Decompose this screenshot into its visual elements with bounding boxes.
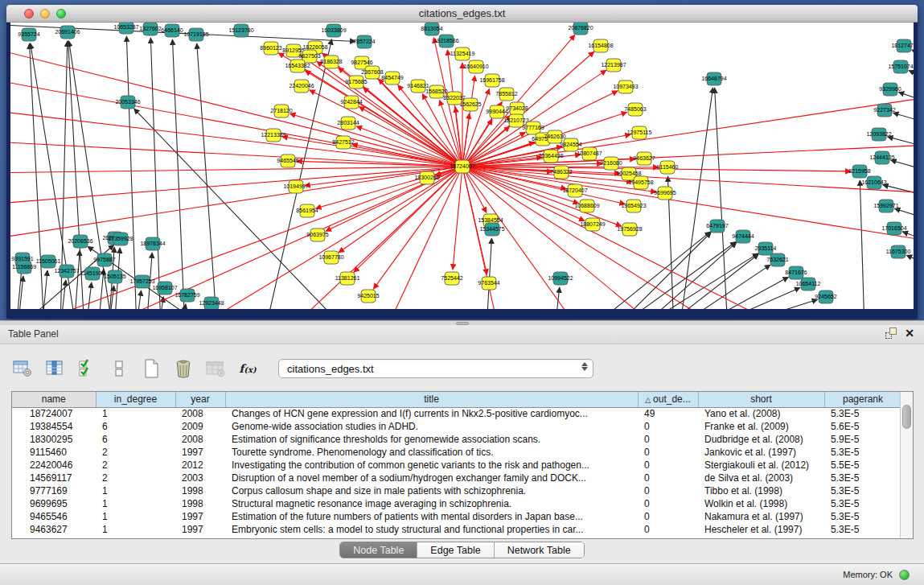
table-selector-dropdown[interactable]: citations_edges.txt [278, 359, 593, 378]
graph-node[interactable]: 8561954 [296, 204, 318, 217]
graph-node[interactable]: 16640910 [463, 60, 488, 73]
graph-node[interactable]: 16782759 [175, 289, 199, 302]
graph-node[interactable]: 9063975 [306, 229, 328, 241]
table-vertical-scrollbar[interactable] [900, 392, 913, 538]
graph-node[interactable]: 9465546 [277, 154, 298, 167]
memory-status-icon[interactable] [899, 570, 910, 580]
graph-node[interactable]: 11451909 [80, 267, 105, 280]
graph-node[interactable]: 12213389 [261, 129, 285, 142]
graph-node[interactable]: 12444135 [869, 151, 894, 164]
table-row[interactable]: 946554611997Estimation of the future num… [12, 510, 901, 523]
column-header-title[interactable]: title [225, 392, 638, 407]
graph-node[interactable]: 17957253 [129, 275, 154, 288]
graph-node[interactable]: 9115460 [657, 161, 679, 174]
graph-node[interactable]: 12975115 [627, 126, 652, 139]
table-row[interactable]: 969969511998Structural magnetic resonanc… [12, 497, 901, 510]
table-row[interactable]: 1938455462009Genome-wide association stu… [12, 420, 901, 433]
graph-node[interactable]: 9245652 [815, 290, 836, 303]
graph-node[interactable]: 19654923 [621, 200, 646, 212]
graph-node[interactable]: 6466140 [161, 24, 183, 37]
network-canvas[interactable]: 1872400718300295156262599904449734028182… [10, 23, 914, 309]
graph-node[interactable]: 12342757 [54, 265, 79, 278]
graph-node[interactable]: 17016504 [881, 222, 906, 235]
delete-table-icon[interactable] [204, 357, 227, 380]
tab-node-table[interactable]: Node Table [340, 542, 417, 558]
graph-node[interactable]: 15123780 [228, 24, 253, 37]
tab-edge-table[interactable]: Edge Table [417, 542, 494, 558]
network-window-titlebar[interactable]: citations_edges.txt [6, 5, 918, 23]
function-builder-icon[interactable]: f(x) [236, 357, 259, 380]
graph-node[interactable]: 12213987 [601, 59, 626, 72]
column-header-out_de[interactable]: △out_de... [638, 392, 698, 407]
graph-node[interactable]: 2718120 [270, 105, 292, 117]
graph-node[interactable]: 16033809 [321, 24, 346, 37]
table-mode-icon[interactable] [11, 357, 34, 380]
graph-node[interactable]: 19756928 [617, 223, 642, 236]
graph-node[interactable]: 6479197 [706, 220, 728, 233]
graph-node[interactable]: 16961758 [479, 74, 504, 87]
table-row[interactable]: 977716911998Corpus callosum shape and si… [12, 484, 901, 497]
create-column-icon[interactable] [140, 357, 162, 380]
graph-node[interactable]: 1505135 [104, 270, 125, 283]
graph-node[interactable]: 19218586 [433, 35, 458, 47]
close-panel-icon[interactable]: ✕ [905, 328, 914, 339]
scrollbar-thumb[interactable] [902, 405, 911, 429]
graph-node[interactable]: 11505061 [36, 255, 61, 268]
column-header-name[interactable]: name [12, 392, 96, 407]
graph-node[interactable]: 8215958 [848, 165, 870, 178]
graph-node[interactable]: 8427512 [332, 136, 354, 149]
tab-network-table[interactable]: Network Table [495, 542, 584, 558]
row-height-icon[interactable] [108, 357, 130, 380]
graph-node[interactable]: 16648794 [701, 72, 726, 85]
graph-node[interactable]: 8813054 [421, 23, 442, 35]
graph-node[interactable]: 18127474 [891, 39, 914, 52]
graph-node[interactable]: 9425015 [357, 290, 379, 303]
graph-node[interactable]: 15751074 [888, 60, 913, 73]
graph-node[interactable]: 18807249 [580, 218, 605, 231]
graph-node[interactable]: 9734028 [506, 102, 528, 115]
table-row[interactable]: 2242004622012Investigating the contribut… [12, 459, 901, 472]
graph-node[interactable]: 7857224 [353, 35, 375, 48]
graph-node[interactable]: 7855812 [495, 88, 517, 101]
select-columns-icon[interactable] [76, 357, 98, 380]
show-columns-icon[interactable] [43, 357, 66, 380]
column-header-year[interactable]: year [175, 392, 225, 407]
graph-node[interactable]: 18978344 [140, 237, 165, 250]
float-panel-icon[interactable] [885, 328, 897, 339]
graph-node[interactable]: 11675300 [886, 245, 911, 258]
graph-node[interactable]: 9763544 [478, 277, 499, 290]
table-row[interactable]: 911546021997Tourette syndrome. Phenomeno… [12, 446, 901, 459]
column-header-in_degree[interactable]: in_degree [96, 392, 175, 407]
graph-node[interactable]: 9463627 [633, 152, 655, 165]
table-row[interactable]: 946362711997Embryonic stem cells: a mode… [12, 523, 901, 536]
graph-node[interactable]: 16154808 [588, 39, 613, 52]
graph-node[interactable]: 9329960 [879, 83, 901, 96]
graph-node[interactable]: 1327602 [139, 23, 161, 35]
graph-node[interactable]: 11325419 [450, 47, 475, 60]
column-header-pagerank[interactable]: pagerank [824, 392, 901, 407]
graph-node[interactable]: 15992971 [873, 200, 898, 212]
graph-node[interactable]: 10994522 [548, 272, 573, 285]
graph-node[interactable]: 10967780 [318, 251, 343, 264]
graph-node[interactable]: 10719185 [183, 28, 208, 41]
graph-node[interactable]: 10653287 [113, 23, 138, 34]
graph-node[interactable]: 16958107 [152, 282, 177, 295]
graph-node[interactable]: 20876820 [568, 23, 593, 35]
graph-node[interactable]: 7525442 [441, 272, 462, 285]
column-header-short[interactable]: short [698, 392, 824, 407]
graph-node[interactable]: 20053346 [115, 96, 140, 109]
delete-column-icon[interactable] [172, 357, 195, 380]
table-row[interactable]: 1456911722003Disruption of a novel membe… [12, 472, 901, 484]
graph-node[interactable]: 20206536 [68, 235, 92, 248]
graph-node[interactable]: 9355724 [18, 28, 39, 41]
graph-node[interactable]: 9474444 [732, 230, 754, 243]
graph-node[interactable]: 12923448 [199, 297, 224, 309]
graph-node[interactable]: 8454749 [381, 72, 403, 84]
table-row[interactable]: 1830029562008Estimation of significance … [12, 433, 901, 446]
graph-node[interactable]: 9227342 [873, 104, 895, 117]
table-row[interactable]: 1872400712008Changes of HCN gene express… [12, 407, 901, 420]
graph-node[interactable]: 2803144 [337, 117, 359, 130]
graph-node[interactable]: 7485063 [624, 103, 646, 116]
graph-node[interactable]: 9975887 [93, 253, 115, 266]
graph-node[interactable]: 12093822 [866, 128, 891, 141]
